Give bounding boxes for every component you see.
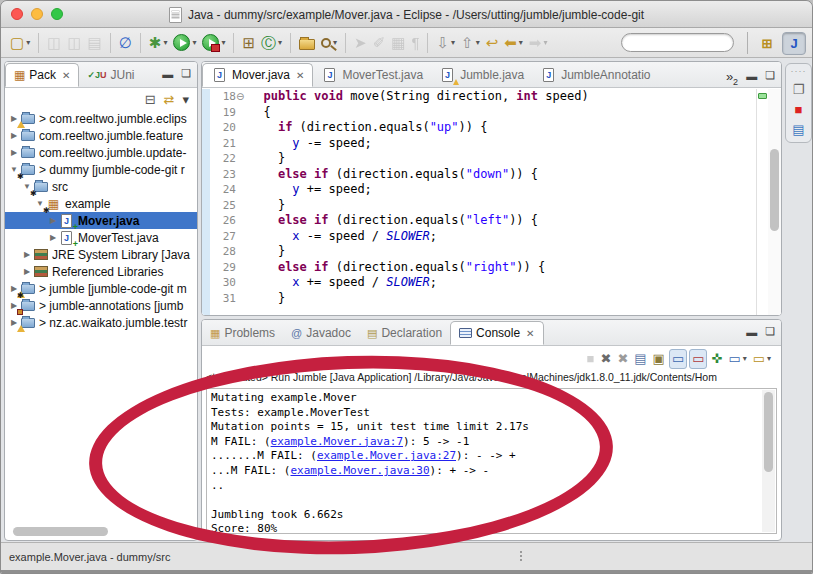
maximize-view-icon[interactable]: ❏ [181,67,191,80]
external-tools-dropdown-arrow[interactable]: ▾ [221,38,225,47]
editor-tab-mover-java[interactable]: JMover.java✕ [202,63,313,87]
tab-juni[interactable]: ✓JUJUni [79,63,142,87]
tab-problems[interactable]: ▦Problems [202,321,283,345]
drag-handle[interactable]: ···· [791,66,807,76]
console-hyperlink[interactable]: example.Mover.java:27 [317,449,456,462]
editor-tab-jumbleannotatio[interactable]: JJumbleAnnotatio [532,63,658,87]
expand-arrow-icon[interactable]: ▶ [48,216,58,225]
tab-declaration[interactable]: ▤Declaration [359,321,450,345]
code-editor[interactable]: 1819202122232425262728293031 ⊖ public vo… [202,89,781,315]
new-wizard-button[interactable]: ▢▾ [8,31,32,55]
tab-javadoc[interactable]: @Javadoc [283,321,359,345]
open-console-button[interactable]: ▭▾ [751,349,773,369]
external-tools-button[interactable]: ▾ [200,31,227,55]
restore-views-icon[interactable]: ❐ [793,83,805,96]
back-dropdown-arrow[interactable]: ▾ [519,38,523,47]
new-java-class-button[interactable]: Ⓒ▾ [259,31,284,55]
pin-console-button[interactable]: ✜ [709,349,724,369]
tree-item-jre-system-library-java[interactable]: ▶JRE System Library [Java [5,246,197,263]
show-stdout-when-changed-button[interactable]: ▭ [669,349,687,369]
tree-item-jumble-annotations-jumb[interactable]: ▶> jumble-annotations [jumb [5,297,197,314]
debug-button[interactable]: ✱▾ [147,31,170,55]
tree-item-nz-ac-waikato-jumble-testr[interactable]: ▶> nz.ac.waikato.jumble.testr [5,314,197,331]
editor-tabbar: JMover.java✕JMoverTest.javaJJumble.javaJ… [202,62,781,88]
minimize-view-icon[interactable]: ▬ [746,70,757,82]
quick-access-input[interactable] [621,33,734,52]
search-dropdown-arrow[interactable]: ▾ [333,38,337,47]
console-hyperlink[interactable]: example.Mover.java:7 [271,435,403,448]
view-menu-button[interactable]: ▾ [182,92,189,107]
open-perspective-button[interactable]: ⊞ [755,32,779,55]
new-java-project-button[interactable]: ⊞ [240,31,257,55]
fold-column[interactable]: ⊖ [236,89,249,315]
display-selected-console-button[interactable]: ▭▾ [726,349,748,369]
java-perspective-button[interactable]: J [782,32,806,55]
link-with-editor-button[interactable]: ⇄ [164,92,175,107]
jumble-view-icon[interactable]: ■ [795,103,803,116]
tree-item-jumble-jumble-code-git-m[interactable]: ▶✱> jumble [jumble-code-git m [5,280,197,297]
previous-annotation-button[interactable]: ⇧▾ [459,31,482,55]
maximize-view-icon[interactable]: ❏ [765,69,775,82]
display-selected-console-dropdown-arrow[interactable]: ▾ [743,354,747,363]
scroll-lock-button[interactable]: ▣ [651,349,667,369]
tree-item-src[interactable]: ▼✱src [5,178,197,195]
minimize-view-icon[interactable]: ▬ [746,326,757,338]
next-annotation-dropdown-arrow[interactable]: ▾ [451,38,455,47]
tree-item-referenced-libraries[interactable]: ▶Referenced Libraries [5,263,197,280]
close-tab-icon[interactable]: ✕ [526,328,534,339]
outline-view-icon[interactable]: ▤ [792,123,804,136]
tree-item-example[interactable]: ▼▦✱example [5,195,197,212]
remove-all-terminated-button[interactable]: ✖ [615,349,630,369]
skip-all-breakpoints-button[interactable]: ∅ [117,31,134,55]
tree-item-movertest-java[interactable]: ▶J+MoverTest.java [5,229,197,246]
tree-item-dummy-jumble-code-git-r[interactable]: ▼✱> dummy [jumble-code-git r [5,161,197,178]
run-dropdown-arrow[interactable]: ▾ [192,38,196,47]
console-output[interactable]: Mutating example.MoverTests: example.Mov… [206,388,777,534]
tree-item-com-reeltwo-jumble-eclips[interactable]: ▶> com.reeltwo.jumble.eclips [5,110,197,127]
next-annotation-button[interactable]: ⇩▾ [434,31,457,55]
open-task-button[interactable] [297,31,317,55]
expand-arrow-icon[interactable]: ▶ [22,267,32,276]
clear-console-button[interactable]: ▤ [632,349,648,369]
overview-ruler[interactable] [756,89,768,315]
new-java-class-dropdown-arrow[interactable]: ▾ [278,38,282,47]
forward-dropdown-arrow[interactable]: ▾ [543,38,547,47]
collapse-all-button[interactable]: ⊟ [145,92,156,107]
debug-dropdown-arrow[interactable]: ▾ [163,38,167,47]
console-scrollbar[interactable] [762,390,775,532]
horizontal-scrollbar[interactable] [9,527,194,536]
open-console-dropdown-arrow[interactable]: ▾ [767,354,771,363]
close-tab-icon[interactable]: ✕ [296,70,304,81]
maximize-view-icon[interactable]: ❏ [765,325,775,338]
new-wizard-dropdown-arrow[interactable]: ▾ [26,38,30,47]
editor-scrollbar[interactable] [768,89,781,315]
tab-overflow-chevron[interactable]: »2 [726,69,742,87]
previous-annotation-dropdown-arrow[interactable]: ▾ [476,38,480,47]
run-button[interactable]: ▾ [171,31,198,55]
tab-console[interactable]: Console✕ [450,321,543,345]
close-tab-icon[interactable]: ✕ [62,70,70,81]
last-edit-location-button[interactable]: ↩ [484,31,501,55]
fold-marker[interactable]: ⊖ [236,89,249,105]
back-button[interactable]: ⬅▾ [502,31,525,55]
editor-tab-movertest-java[interactable]: JMoverTest.java [313,63,431,87]
show-stderr-when-changed-button[interactable]: ▭ [689,349,707,369]
tree-item-com-reeltwo-jumble-update[interactable]: ▶com.reeltwo.jumble.update- [5,144,197,161]
titlebar[interactable]: Java - dummy/src/example/Mover.java - Ec… [1,1,812,28]
line-number: 18 [210,89,236,105]
minimize-view-icon[interactable]: ▬ [162,68,173,80]
tab-pack[interactable]: ▦Pack✕ [5,63,79,87]
expand-arrow-icon[interactable]: ▶ [48,233,58,242]
expand-arrow-icon[interactable]: ▶ [9,148,19,157]
tab-label: Javadoc [306,326,351,340]
code-text[interactable]: public void move(String direction, int s… [249,89,756,315]
tree-item-mover-java[interactable]: ▶J+Mover.java [5,212,197,229]
expand-arrow-icon[interactable]: ▶ [9,131,19,140]
remove-launch-button[interactable]: ✖ [598,349,613,369]
console-hyperlink[interactable]: example.Mover.java:30 [290,464,429,477]
search-button[interactable]: ▾ [319,31,339,55]
fold-marker [236,260,249,276]
expand-arrow-icon[interactable]: ▶ [22,250,32,259]
editor-tab-jumble-java[interactable]: JJumble.java [431,63,532,87]
tree-item-com-reeltwo-jumble-feature[interactable]: ▶com.reeltwo.jumble.feature [5,127,197,144]
